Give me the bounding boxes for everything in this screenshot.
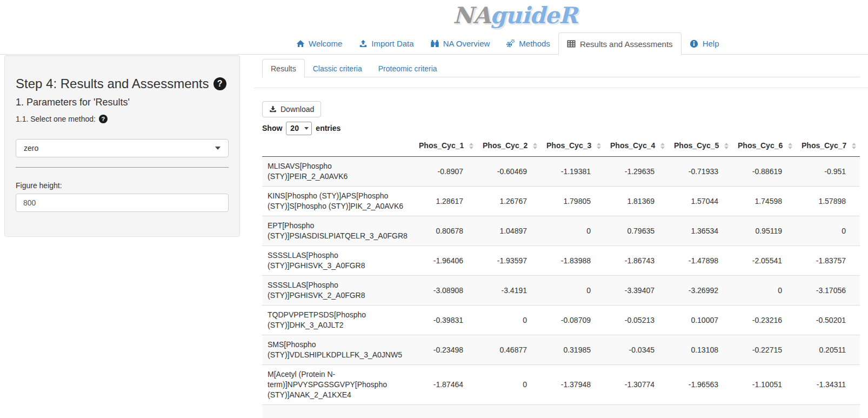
table-row: SSSSLLAS[Phospho (STY)]PGHISVK_2_A0FGR8 … (262, 276, 860, 306)
cell-value: 0 (732, 276, 796, 306)
caret-down-icon (215, 147, 221, 150)
cell-value: 1.57898 (796, 187, 860, 216)
cell-value: -3.08908 (413, 276, 477, 306)
cell-value: -3.39407 (605, 276, 669, 306)
cell-value: 0.95119 (732, 216, 796, 246)
app-logo-rest: guideR (490, 2, 577, 29)
cell-value: -0.60469 (477, 157, 541, 187)
cell-value: -0.8907 (413, 157, 477, 187)
column-header[interactable]: Phos_Cyc_6 (732, 137, 796, 157)
cell-value: 1.04897 (477, 216, 541, 246)
nav-tab-results-and-assessments[interactable]: Results and Assessments (558, 32, 682, 55)
nav-tab-label: Welcome (309, 39, 342, 48)
download-label: Download (281, 105, 314, 114)
nav-tab-help[interactable]: Help (682, 32, 727, 55)
download-button[interactable]: Download (262, 101, 321, 117)
column-header-rownames[interactable] (262, 137, 413, 157)
step-title: Step 4: Results and Assessments (16, 77, 229, 91)
question-icon[interactable] (99, 115, 108, 123)
question-icon[interactable] (213, 77, 226, 90)
cell-value: -0.39831 (413, 306, 477, 335)
cell-value: 0 (477, 306, 541, 335)
cell-value: 0.46877 (477, 335, 541, 365)
column-header[interactable]: Phos_Cyc_4 (605, 137, 669, 157)
main-navbar: Welcome Import Data NA Overview Methods … (0, 32, 868, 55)
row-name: SSSSLLAS[Phospho (STY)]PGHISVK_3_A0FGR8 (262, 246, 413, 276)
subtab-label: Classic criteria (305, 59, 370, 78)
cell-value: -1.37948 (541, 365, 605, 405)
sort-icon (660, 143, 665, 149)
cell-value: -0.71933 (669, 157, 732, 187)
cell-value: -1.93597 (477, 246, 541, 276)
column-header[interactable]: Phos_Cyc_2 (477, 137, 541, 157)
cell-value: 0.10007 (669, 306, 732, 335)
cell-value: 1.74598 (732, 187, 796, 216)
cell-value: -0.08709 (541, 306, 605, 335)
method-select[interactable]: zero (16, 139, 229, 157)
naguider-page: { "app": { "logo_na": "NA", "logo_rest":… (0, 0, 868, 418)
download-icon (269, 105, 277, 113)
column-header[interactable]: Phos_Cyc_1 (413, 137, 477, 157)
subtab-label: Results (262, 59, 305, 78)
subtab-results[interactable]: Results (262, 59, 305, 77)
results-table: Phos_Cyc_1 Phos_Cyc_2 Phos_Cyc_3 Phos_Cy… (262, 137, 860, 418)
figure-height-input[interactable] (16, 194, 229, 212)
cell-value: -0.50201 (796, 306, 860, 335)
cell-value: 0.31985 (541, 335, 605, 365)
column-header[interactable]: Phos_Cyc_5 (669, 137, 732, 157)
cell-value: -0.05213 (605, 306, 669, 335)
cell-value: 1.36534 (669, 216, 732, 246)
cell-value: 1.57044 (669, 187, 732, 216)
figure-height-label: Figure height: (16, 181, 229, 190)
method-label-row: 1.1. Select one method: (16, 115, 229, 123)
cell-value: -0.23498 (413, 335, 477, 365)
cell-value: -1.83988 (541, 246, 605, 276)
table-row: EPT[Phospho (STY)]PSIASDISLPIATQELR_3_A0… (262, 216, 860, 246)
nav-tab-na-overview[interactable]: NA Overview (422, 32, 498, 55)
column-header[interactable]: Phos_Cyc_7 (796, 137, 860, 157)
cell-value: -0.0345 (605, 335, 669, 365)
table-row: MLISAVS[Phospho (STY)]PEIR_2_A0AVK6 -0.8… (262, 157, 860, 187)
sidebar-panel: Step 4: Results and Assessments 1. Param… (4, 55, 240, 237)
home-icon (296, 39, 305, 48)
entries-select-value: 20 (290, 124, 299, 132)
sort-icon (533, 143, 537, 149)
app-logo: NAguideR (453, 2, 577, 29)
results-subtabs: Results Classic criteria Proteomic crite… (262, 59, 860, 77)
row-name: TQDPVPPETPSDS[Phospho (STY)]DHK_3_A0JLT2 (262, 306, 413, 335)
upload-icon (358, 39, 368, 48)
main-content: Results Classic criteria Proteomic crite… (254, 55, 868, 418)
cell-value: -3.26992 (669, 276, 732, 306)
info-icon (690, 39, 699, 48)
column-header[interactable]: Phos_Cyc_3 (541, 137, 605, 157)
cell-value: 1.79805 (541, 187, 605, 216)
cell-value: 0 (477, 365, 541, 405)
sort-icon (469, 143, 473, 149)
cell-value: -0.88619 (732, 157, 796, 187)
table-header-row: Phos_Cyc_1 Phos_Cyc_2 Phos_Cyc_3 Phos_Cy… (262, 137, 860, 157)
table-row: KINS[Phospho (STY)]APS[Phospho (STY)]S[P… (262, 187, 860, 216)
cell-value: 0.20511 (796, 335, 860, 365)
table-row: SSSSLLAS[Phospho (STY)]PGHISVK_3_A0FGR8 … (262, 246, 860, 276)
nav-tab-welcome[interactable]: Welcome (288, 32, 350, 55)
cell-value: -1.87464 (413, 365, 477, 405)
entries-select[interactable]: 20 (286, 122, 312, 135)
table-icon (567, 39, 576, 49)
content-divider (254, 88, 868, 88)
cell-value: 0.13108 (669, 335, 732, 365)
subtab-classic-criteria[interactable]: Classic criteria (305, 59, 370, 77)
nav-tab-label: Import Data (371, 39, 413, 48)
nav-tab-import-data[interactable]: Import Data (350, 32, 422, 55)
cell-value: -1.47898 (669, 246, 732, 276)
binoculars-icon (430, 39, 439, 48)
cell-value: -1.19381 (541, 157, 605, 187)
cell-value: -1.30774 (605, 365, 669, 405)
nav-tab-label: Help (703, 39, 719, 48)
cell-value: -0.951 (796, 157, 860, 187)
subtab-label: Proteomic criteria (370, 59, 445, 78)
table-row-partial (262, 405, 860, 418)
table-length-control: Show 20 entries (262, 121, 860, 135)
cell-value: -0.22715 (732, 335, 796, 365)
subtab-proteomic-criteria[interactable]: Proteomic criteria (370, 59, 445, 77)
nav-tab-methods[interactable]: Methods (498, 32, 558, 55)
